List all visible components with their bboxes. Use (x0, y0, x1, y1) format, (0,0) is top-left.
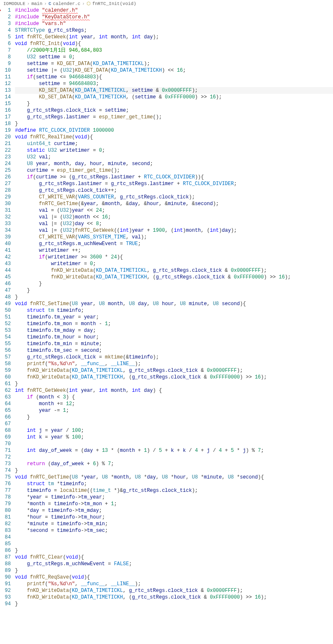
line-number[interactable]: 22 (0, 147, 11, 154)
line-gutter[interactable]: 1●23456789101112131415161718192021222324… (0, 7, 15, 607)
code-line[interactable] (15, 534, 333, 541)
line-number[interactable]: 84 (0, 534, 11, 541)
line-number[interactable]: 65 (0, 407, 11, 414)
code-line[interactable]: #define RTC_CLOCK_DIVIDER 1000000 (15, 127, 333, 134)
line-number[interactable]: 42 (0, 254, 11, 261)
line-number[interactable]: 59 (0, 367, 11, 374)
code-line[interactable]: settime |= (U32)KD_GET_DATA(KD_DATA_TIME… (15, 67, 333, 74)
line-number[interactable]: 54 (0, 334, 11, 341)
line-number[interactable]: 62 (0, 387, 11, 394)
code-line[interactable]: } (15, 287, 333, 294)
code-line[interactable]: *second = timeinfo->tm_sec; (15, 527, 333, 534)
code-line[interactable]: fnKD_WriteData(KD_DATA_TIMETICKH, (g_rtc… (15, 374, 333, 381)
code-line[interactable]: void fnRTC_Init(void){ (15, 40, 333, 47)
line-number[interactable]: 3 (0, 20, 11, 27)
code-line[interactable]: } (15, 547, 333, 554)
line-number[interactable]: 69 (0, 434, 11, 441)
code-line[interactable]: fnKD_WriteData(KD_DATA_TIMETICKL, g_rtc_… (15, 587, 333, 594)
code-line[interactable]: *minute = timeinfo->tm_min; (15, 521, 333, 527)
code-line[interactable]: timeinfo.tm_year = year; (15, 314, 333, 321)
code-line[interactable]: fnKD_WriteData(KD_DATA_TIMETICKL, g_rtc_… (15, 267, 333, 274)
line-number[interactable]: 70 (0, 441, 11, 447)
line-number[interactable]: 75 (0, 474, 11, 481)
code-line[interactable]: printf("%s,%d\n", __func__, __LINE__); (15, 581, 333, 587)
line-number[interactable]: 50 (0, 307, 11, 314)
line-number[interactable]: 60 (0, 374, 11, 381)
line-number[interactable]: 45 (0, 274, 11, 281)
code-line[interactable]: void fnRTC_ReqSave(void){ (15, 574, 333, 581)
line-number[interactable]: 87 (0, 554, 11, 561)
code-line[interactable]: int k = year % 100; (15, 434, 333, 441)
code-line[interactable]: if(settime <= 946684803){ (15, 74, 333, 80)
line-number[interactable]: 93 (0, 594, 11, 601)
code-line[interactable]: fnRTC_GetTime(&year, &month, &day, &hour… (15, 200, 333, 207)
code-line[interactable]: *year = timeinfo->tm_year; (15, 494, 333, 501)
line-number[interactable]: 92 (0, 587, 11, 594)
code-line[interactable]: if(writetimer >= 3600 * 24){ (15, 254, 333, 261)
line-number[interactable]: 20 (0, 134, 11, 140)
code-line[interactable]: U32 settime = 0; (15, 54, 333, 60)
line-number[interactable]: 52 (0, 321, 11, 327)
code-line[interactable]: } (15, 567, 333, 574)
code-line[interactable]: CT_WRITE_VAR(VARS_COUNTER, g_rtc_stRegs.… (15, 194, 333, 200)
line-number[interactable]: 16 (0, 107, 11, 114)
line-number[interactable]: 4 (0, 27, 11, 34)
code-line[interactable]: void fnRTC_RealTime(void){ (15, 134, 333, 140)
code-line[interactable]: *day = timeinfo->tm_mday; (15, 507, 333, 514)
code-line[interactable]: struct tm *timeinfo; (15, 481, 333, 487)
code-line[interactable]: *month = timeinfo->tm_mon + 1; (15, 501, 333, 507)
line-number[interactable]: 57 (0, 354, 11, 361)
line-number[interactable]: 73 (0, 461, 11, 467)
code-line[interactable]: int day_of_week = (day + 13 * (month + 1… (15, 447, 333, 454)
code-line[interactable] (15, 541, 333, 547)
line-number[interactable]: 58 (0, 361, 11, 367)
code-line[interactable]: if (month < 3) { (15, 394, 333, 401)
line-number[interactable]: 49 (0, 301, 11, 307)
code-line[interactable]: curtime = esp_timer_get_time(); (15, 167, 333, 174)
code-line[interactable]: } (15, 120, 333, 127)
code-line[interactable]: void fnRTC_GetTime(U8 *year, U8 *month, … (15, 474, 333, 481)
code-line[interactable]: } (15, 601, 333, 607)
line-number[interactable]: 71 (0, 447, 11, 454)
line-number[interactable]: 68 (0, 427, 11, 434)
line-number[interactable]: 64 (0, 401, 11, 407)
code-line[interactable]: g_rtc_stRegs.m_uchNewEvent = TRUE; (15, 241, 333, 247)
code-area[interactable]: #include "calender.h"#include "KeyDataSt… (15, 7, 333, 607)
code-line[interactable]: int fnRTC_GetWeek(int year, int month, i… (15, 34, 333, 40)
code-line[interactable]: int j = year / 100; (15, 427, 333, 434)
code-line[interactable]: *hour = timeinfo->tm_hour; (15, 514, 333, 521)
line-number[interactable]: 14 (0, 94, 11, 100)
code-line[interactable]: val |= (U32)day << 8; (15, 221, 333, 227)
line-number[interactable]: 11 (0, 74, 11, 80)
code-line[interactable]: writetimer ++; (15, 247, 333, 254)
line-number[interactable]: 67 (0, 421, 11, 427)
code-line[interactable]: timeinfo.tm_mday = day; (15, 327, 333, 334)
line-number[interactable]: 43 (0, 261, 11, 267)
code-line[interactable]: g_rtc_stRegs.clock_tick++; (15, 187, 333, 194)
line-number[interactable]: 46 (0, 281, 11, 287)
line-number[interactable]: 9 (0, 60, 11, 67)
code-line[interactable]: settime = 946684803; (15, 80, 333, 87)
code-line[interactable]: return (day_of_week + 6) % 7; (15, 461, 333, 467)
line-number[interactable]: 7 (0, 47, 11, 54)
line-number[interactable]: 48 (0, 294, 11, 301)
code-line[interactable] (15, 441, 333, 447)
code-line[interactable]: val |= (U32)fnRTC_GetWeek((int)year + 19… (15, 227, 333, 234)
code-line[interactable]: fnKD_WriteData(KD_DATA_TIMETICKH, (g_rtc… (15, 594, 333, 601)
code-line[interactable]: fnKD_WriteData(KD_DATA_TIMETICKL, g_rtc_… (15, 367, 333, 374)
code-line[interactable]: } (15, 281, 333, 287)
line-number[interactable]: 56 (0, 347, 11, 354)
code-line[interactable]: year -= 1; (15, 407, 333, 414)
line-number[interactable]: 2 (0, 14, 11, 20)
code-line[interactable]: } (15, 414, 333, 421)
line-number[interactable]: 12 (0, 80, 11, 87)
code-line[interactable]: timeinfo = localtime((time_t *)&g_rtc_st… (15, 487, 333, 494)
breadcrumb-item[interactable]: calender.c (53, 1, 80, 6)
line-number[interactable]: 76 (0, 481, 11, 487)
code-line[interactable]: writetimer = 0; (15, 261, 333, 267)
code-line[interactable]: #include "KeyDataStore.h" (15, 14, 333, 20)
code-line[interactable]: timeinfo.tm_min = minute; (15, 341, 333, 347)
line-number[interactable]: 85 (0, 541, 11, 547)
code-line[interactable]: //2000年1月1日 946,684,803 (15, 47, 333, 54)
line-number[interactable]: 31 (0, 207, 11, 214)
